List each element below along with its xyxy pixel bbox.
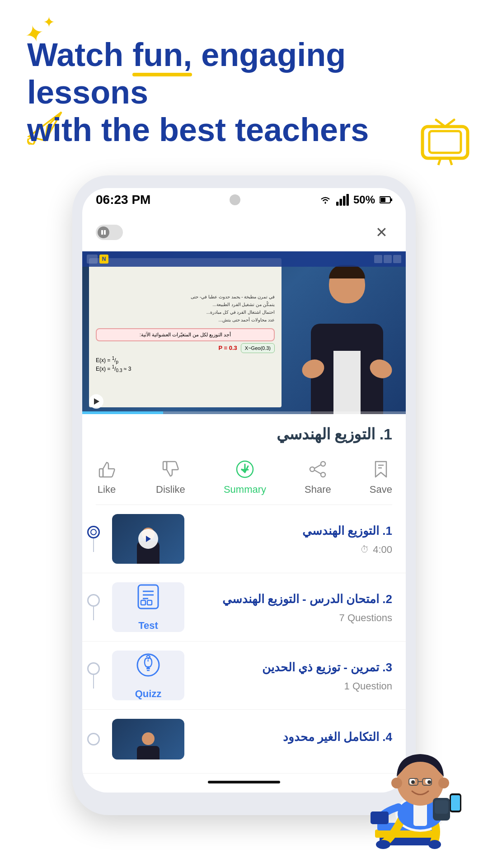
svg-rect-14	[101, 230, 103, 235]
summary-button[interactable]: Summary	[224, 458, 266, 495]
battery-text: 50%	[353, 193, 375, 206]
action-buttons: Like Dislike	[96, 454, 392, 505]
lesson-item-2[interactable]: Test 2. امتحان الدرس - التوزيع الهندسي 7…	[82, 573, 406, 642]
lesson-1-name: 1. التوزيع الهندسي	[192, 523, 392, 539]
video-teacher	[288, 251, 406, 414]
play-icon-1	[138, 529, 158, 549]
lesson-content: 1. التوزيع الهندسي Like	[82, 414, 406, 505]
pause-icon	[98, 226, 109, 238]
svg-rect-9	[343, 196, 345, 206]
svg-point-57	[427, 780, 431, 784]
dislike-button[interactable]: Dislike	[156, 458, 185, 495]
share-button[interactable]: Share	[305, 458, 331, 495]
svg-point-46	[376, 840, 390, 849]
pause-button[interactable]	[96, 225, 123, 240]
highlight-word: fun,	[132, 36, 192, 74]
like-icon	[96, 458, 117, 480]
svg-rect-15	[104, 230, 106, 235]
save-label: Save	[370, 484, 392, 495]
share-label: Share	[305, 484, 331, 495]
phone-container: 06:23 PM 50%	[0, 175, 488, 815]
like-button[interactable]: Like	[96, 458, 117, 495]
header-title: Watch fun, engaging lessons with the bes…	[27, 36, 461, 148]
status-time: 06:23 PM	[96, 193, 150, 207]
dislike-icon	[160, 458, 181, 480]
svg-point-56	[411, 780, 415, 784]
svg-rect-12	[380, 198, 385, 202]
save-button[interactable]: Save	[370, 458, 392, 495]
battery-icon	[380, 193, 392, 206]
timeline-dot-4	[87, 733, 100, 745]
svg-rect-64	[435, 800, 448, 814]
phone-screen: ✕ في تمرن مطبخة - يحمد حدوث عطبا في- حتى…	[82, 213, 406, 793]
lesson-4-thumb	[112, 719, 184, 760]
svg-rect-7	[336, 202, 338, 206]
timeline-dot-1	[87, 526, 100, 538]
svg-rect-52	[451, 795, 460, 811]
lesson-3-name: 3. تمرين - توزيع ذي الحدين	[192, 659, 392, 675]
video-progress-fill	[82, 411, 163, 414]
svg-point-59	[438, 778, 449, 788]
test-label: Test	[138, 620, 158, 632]
lesson-3-questions: 1 Question	[344, 680, 392, 692]
bottom-indicator	[82, 774, 406, 793]
svg-marker-30	[146, 536, 151, 542]
lesson-item-3[interactable]: ? Quizz 3. تمرين - توزيع ذي الحدين	[82, 642, 406, 710]
lesson-1-timeline	[82, 526, 105, 552]
summary-icon	[234, 458, 256, 480]
lesson-2-meta: 7 Questions	[192, 612, 392, 624]
svg-marker-16	[94, 398, 99, 405]
status-icons: 50%	[319, 193, 392, 206]
lesson-list: 1. التوزيع الهندسي ⏱ 4:00	[82, 505, 406, 774]
lesson-2-questions: 7 Questions	[339, 612, 392, 624]
lesson-item-4[interactable]: 4. التكامل الغير محدود	[82, 710, 406, 774]
lesson-2-info: 2. امتحان الدرس - التوزيع الهندسي 7 Ques…	[192, 591, 397, 623]
lesson-1-thumb	[112, 514, 184, 564]
signal-icon	[336, 193, 349, 206]
save-icon	[370, 458, 392, 480]
phone-mockup: 06:23 PM 50%	[72, 175, 416, 815]
svg-point-24	[310, 467, 314, 472]
video-player[interactable]: في تمرن مطبخة - يحمد حدوث عطبا في- حتى ي…	[82, 251, 406, 414]
svg-point-25	[321, 472, 325, 477]
svg-point-58	[391, 778, 402, 788]
dislike-label: Dislike	[156, 484, 185, 495]
student-illustration	[361, 723, 479, 868]
timeline-dot-2	[87, 594, 100, 607]
svg-line-27	[314, 470, 321, 474]
lesson-3-timeline	[82, 662, 105, 689]
lesson-1-meta: ⏱ 4:00	[192, 544, 392, 556]
svg-rect-36	[147, 600, 152, 605]
lesson-item-1[interactable]: 1. التوزيع الهندسي ⏱ 4:00	[82, 505, 406, 573]
lesson-3-meta: 1 Question	[192, 680, 392, 692]
video-progress-bar[interactable]	[82, 411, 406, 414]
timeline-line-3	[93, 675, 94, 689]
header-section: Watch fun, engaging lessons with the bes…	[0, 0, 488, 166]
svg-rect-13	[390, 198, 392, 201]
svg-point-47	[428, 840, 441, 849]
lesson-2-timeline	[82, 594, 105, 620]
close-button[interactable]: ✕	[371, 222, 392, 243]
svg-rect-17	[99, 469, 103, 477]
lesson-1-duration: 4:00	[373, 544, 392, 556]
lesson-1-info: 1. التوزيع الهندسي ⏱ 4:00	[192, 523, 397, 555]
svg-rect-18	[163, 462, 167, 470]
test-icon	[135, 583, 162, 615]
lesson-2-thumb: Test	[112, 582, 184, 632]
lesson-4-timeline	[82, 733, 105, 745]
lesson-2-name: 2. امتحان الدرس - التوزيع الهندسي	[192, 591, 392, 607]
video-controls-bar: ✕	[82, 213, 406, 251]
quiz-icon: ?	[135, 651, 162, 684]
share-icon	[307, 458, 328, 480]
camera-notch	[230, 194, 240, 205]
like-label: Like	[98, 484, 116, 495]
home-indicator	[208, 781, 280, 783]
lesson-title: 1. التوزيع الهندسي	[96, 425, 392, 443]
status-bar: 06:23 PM 50%	[82, 188, 406, 213]
svg-rect-8	[339, 199, 342, 206]
lesson-3-thumb: ? Quizz	[112, 651, 184, 700]
timeline-line-2	[93, 607, 94, 620]
video-content: في تمرن مطبخة - يحمد حدوث عطبا في- حتى ي…	[82, 251, 406, 414]
svg-line-26	[314, 465, 321, 468]
video-board: في تمرن مطبخة - يحمد حدوث عطبا في- حتى ي…	[89, 258, 282, 407]
